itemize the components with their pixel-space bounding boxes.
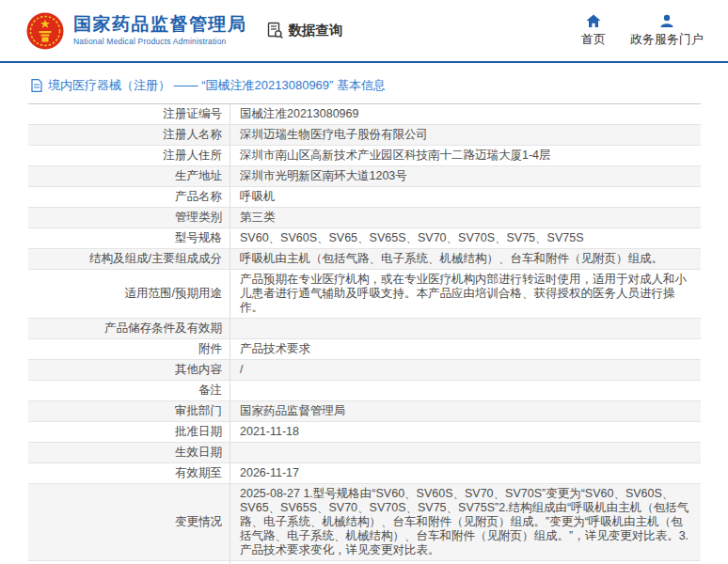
row-label: 产品名称 — [28, 187, 230, 207]
row-label: 管理类别 — [28, 208, 230, 227]
row-label-text: 产品储存条件及有效期 — [104, 321, 222, 336]
org-name-en: National Medical Products Administration — [73, 38, 247, 46]
row-label-text: 其他内容 — [175, 363, 222, 377]
row-value — [230, 319, 701, 338]
row-label: 其他内容 — [28, 360, 230, 380]
row-label-text: 备注 — [198, 384, 222, 398]
row-value: 呼吸机 — [230, 187, 701, 207]
table-row: 注册证编号国械注准20213080969 — [28, 104, 701, 125]
table-row: 生产地址深圳市光明新区南环大道1203号 — [28, 166, 701, 187]
data-query-label: 数据查询 — [289, 22, 343, 39]
nav-portal-label: 政务服务门户 — [630, 31, 704, 48]
table-row: 产品储存条件及有效期 — [28, 319, 701, 339]
row-label-text: 管理类别 — [175, 211, 222, 225]
row-value: 国家药品监督管理局 — [230, 401, 701, 421]
row-value: SV60、SV60S、SV65、SV65S、SV70、SV70S、SV75、SV… — [230, 228, 701, 248]
breadcrumb: 境内医疗器械（注册） —— “国械注准20213080969” 基本信息 — [31, 77, 728, 94]
row-label: 有效期至 — [28, 463, 230, 483]
nav-home[interactable]: 首页 — [581, 14, 606, 48]
table-row: 结构及组成/主要组成成分呼吸机由主机（包括气路、电子系统、机械结构）、台车和附件… — [28, 249, 701, 270]
row-label-text: 结构及组成/主要组成成分 — [89, 252, 222, 266]
row-label-text: 产品名称 — [175, 190, 222, 204]
row-value: 呼吸机由主机（包括气路、电子系统、机械结构）、台车和附件（见附页）组成。 — [230, 249, 701, 269]
row-label: 生产地址 — [28, 166, 230, 186]
table-row: 审批部门国家药品监督管理局 — [28, 401, 701, 422]
row-value: 2021-11-18 — [230, 422, 701, 442]
brand-text: 国家药品监督管理局 National Medical Products Admi… — [73, 15, 247, 46]
row-label: 备注 — [28, 381, 230, 400]
table-row: 变更情况2025-08-27 1.型号规格由“SV60、SV60S、SV70、S… — [28, 484, 701, 561]
row-value: 第三类 — [230, 208, 701, 227]
table-row: 批准日期2021-11-18 — [28, 422, 701, 443]
site-brand: 国家药品监督管理局 National Medical Products Admi… — [26, 12, 247, 50]
row-label: 产品储存条件及有效期 — [28, 319, 230, 338]
data-query-button[interactable]: 数据查询 — [266, 22, 343, 39]
table-row: 管理类别第三类 — [28, 208, 701, 228]
document-icon — [31, 79, 42, 92]
breadcrumb-text: 境内医疗器械（注册） —— “国械注准20213080969” 基本信息 — [48, 77, 386, 94]
table-row: 产品名称呼吸机 — [28, 187, 701, 208]
row-value: 2025-08-27 1.型号规格由“SV60、SV60S、SV70、SV70S… — [230, 484, 701, 560]
nav-portal[interactable]: 政务服务门户 — [630, 14, 704, 48]
row-label-text: 批准日期 — [175, 425, 222, 439]
row-label-text: 生效日期 — [175, 446, 222, 460]
row-label-text: 注册人名称 — [164, 128, 223, 142]
table-row: 备注 — [28, 381, 701, 401]
row-label-text: 生产地址 — [175, 169, 222, 183]
row-value: / — [230, 360, 701, 380]
row-value — [230, 381, 701, 400]
table-row: 附件产品技术要求 — [28, 339, 701, 360]
row-label: 注册证编号 — [28, 104, 230, 124]
row-value: 深圳市南山区高新技术产业园区科技南十二路迈瑞大厦1-4层 — [230, 146, 701, 165]
org-name-cn: 国家药品监督管理局 — [73, 15, 247, 35]
row-label: 生效日期 — [28, 443, 230, 462]
row-label-text: 有效期至 — [175, 466, 222, 480]
row-label-text: 附件 — [198, 342, 222, 356]
row-value — [230, 443, 701, 462]
table-row: 注册人住所深圳市南山区高新技术产业园区科技南十二路迈瑞大厦1-4层 — [28, 146, 701, 166]
table-row: 型号规格SV60、SV60S、SV65、SV65S、SV70、SV70S、SV7… — [28, 228, 701, 249]
row-label: 注册人名称 — [28, 125, 230, 145]
row-label-text: 型号规格 — [175, 231, 222, 245]
row-value: 2026-11-17 — [230, 463, 701, 483]
site-header: 国家药品监督管理局 National Medical Products Admi… — [0, 0, 728, 63]
row-label: 审批部门 — [28, 401, 230, 421]
table-row: 生效日期 — [28, 443, 701, 463]
row-label-text: 注册人住所 — [164, 149, 223, 163]
row-label: 附件 — [28, 339, 230, 359]
nav-home-label: 首页 — [581, 31, 606, 48]
row-label: 结构及组成/主要组成成分 — [28, 249, 230, 269]
row-label-text: 注册证编号 — [164, 107, 223, 121]
user-icon — [659, 14, 674, 28]
nmpa-emblem-icon — [26, 12, 64, 50]
row-label-text: 审批部门 — [175, 404, 222, 418]
home-icon — [586, 14, 601, 28]
row-label-text: 适用范围/预期用途 — [125, 287, 222, 301]
row-label: 型号规格 — [28, 228, 230, 248]
info-table: 注册证编号国械注准20213080969注册人名称深圳迈瑞生物医疗电子股份有限公… — [28, 103, 701, 564]
table-row: 有效期至2026-11-17 — [28, 463, 701, 484]
row-label: 变更情况 — [28, 484, 230, 560]
row-value: 产品预期在专业医疗机构，或在专业医疗机构内部进行转运时使用，适用于对成人和小儿患… — [230, 270, 701, 318]
row-label: 注册人住所 — [28, 146, 230, 165]
table-row: 适用范围/预期用途产品预期在专业医疗机构，或在专业医疗机构内部进行转运时使用，适… — [28, 270, 701, 319]
table-row: 注册人名称深圳迈瑞生物医疗电子股份有限公司 — [28, 125, 701, 146]
row-label-text: 变更情况 — [175, 515, 222, 529]
row-label: 批准日期 — [28, 422, 230, 442]
data-query-icon — [266, 22, 284, 39]
row-value: 深圳迈瑞生物医疗电子股份有限公司 — [230, 125, 701, 145]
row-value: 国械注准20213080969 — [230, 104, 701, 124]
row-label: 适用范围/预期用途 — [28, 270, 230, 318]
row-value: 产品技术要求 — [230, 339, 701, 359]
header-nav: 首页 政务服务门户 — [581, 14, 704, 48]
table-row: 其他内容/ — [28, 360, 701, 381]
row-value: 深圳市光明新区南环大道1203号 — [230, 166, 701, 186]
